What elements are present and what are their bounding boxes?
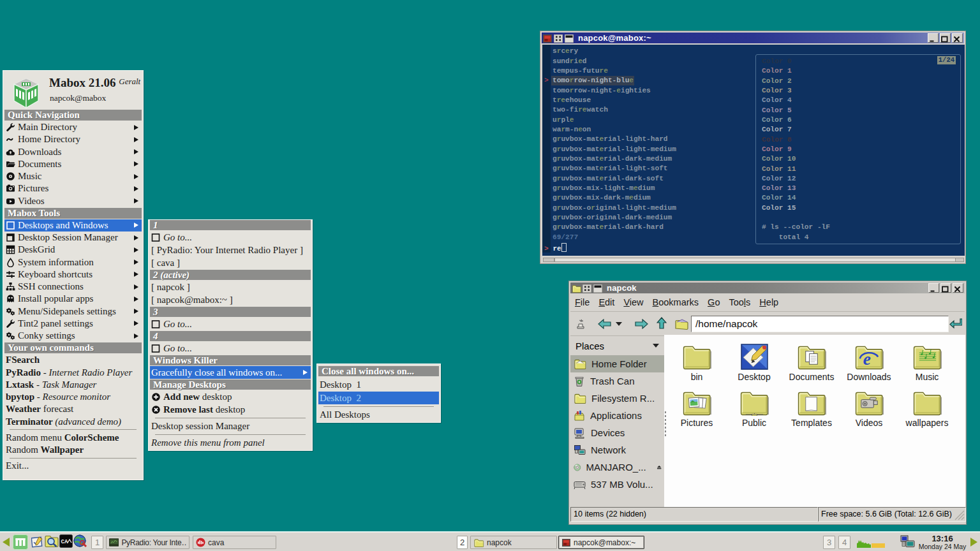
svg-text:CA: CA <box>61 539 68 545</box>
